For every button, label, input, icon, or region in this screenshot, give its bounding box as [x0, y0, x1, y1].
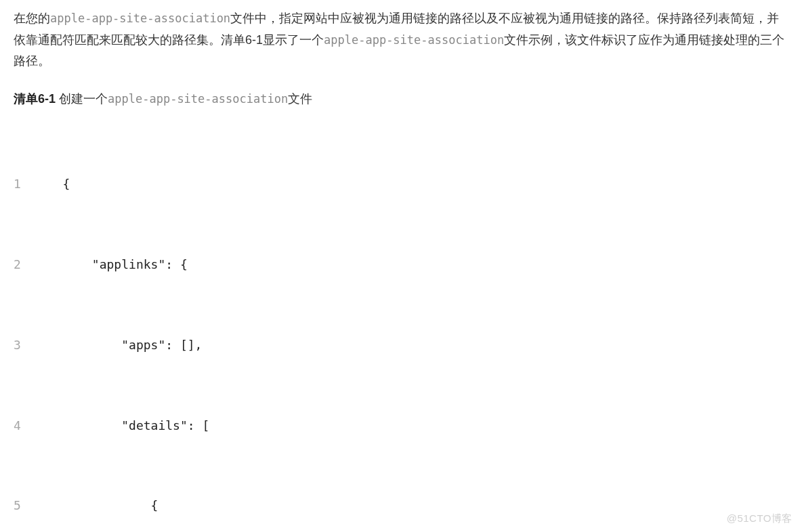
code-line: { — [41, 171, 70, 198]
code-row: 4 "details": [ — [14, 412, 788, 439]
watermark: @51CTO博客 — [727, 510, 793, 527]
inline-code-2: apple-app-site-association — [324, 33, 504, 47]
line-number: 3 — [14, 332, 41, 359]
line-number: 4 — [14, 412, 41, 439]
code-line: "apps": [], — [41, 332, 202, 359]
code-line: "applinks": { — [41, 251, 188, 278]
code-line: { — [41, 492, 158, 519]
listing-desc-b: 文件 — [288, 92, 312, 106]
code-row: 3 "apps": [], — [14, 332, 788, 359]
listing-title: 清单6-1 创建一个apple-app-site-association文件 — [14, 89, 788, 110]
line-number: 5 — [14, 492, 41, 519]
line-number: 2 — [14, 251, 41, 278]
intro-paragraph: 在您的apple-app-site-association文件中，指定网站中应被… — [14, 8, 788, 72]
listing-desc-code: apple-app-site-association — [108, 92, 288, 106]
code-row: 2 "applinks": { — [14, 251, 788, 278]
intro-text-a: 在您的 — [14, 12, 50, 25]
code-line: "details": [ — [41, 412, 209, 439]
listing-label: 清单6-1 — [14, 92, 56, 106]
listing-desc-a: 创建一个 — [56, 92, 108, 106]
code-row: 1 { — [14, 171, 788, 198]
inline-code-1: apple-app-site-association — [50, 12, 230, 25]
line-number: 1 — [14, 171, 41, 198]
code-block: 1 { 2 "applinks": { 3 "apps": [], 4 "det… — [14, 117, 788, 532]
code-row: 5 { — [14, 492, 788, 519]
